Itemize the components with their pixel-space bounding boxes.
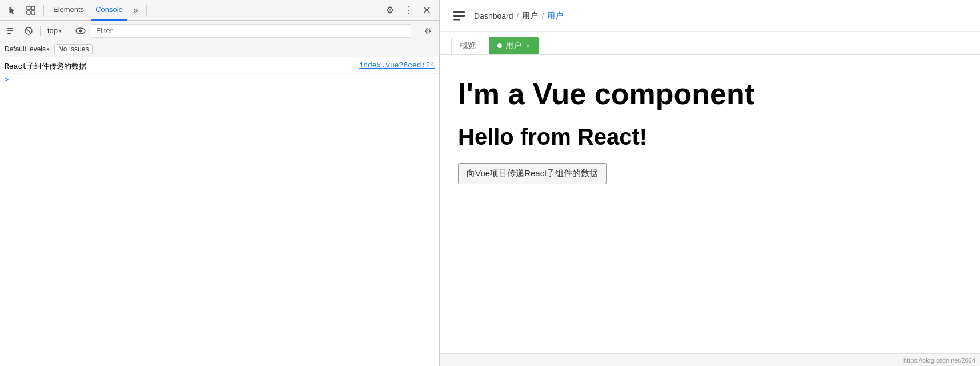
toolbar-sep-2 — [69, 26, 69, 36]
breadcrumb-dashboard[interactable]: Dashboard — [474, 11, 513, 21]
tab-separator-2 — [146, 5, 147, 16]
svg-rect-6 — [7, 33, 11, 34]
context-dropdown-label: top — [47, 26, 58, 35]
filter-input[interactable] — [91, 24, 411, 38]
devtools-panel: Elements Console » ⚙ ⋮ ✕ top ▾ — [0, 0, 440, 366]
expand-arrow[interactable]: > — [0, 74, 439, 85]
svg-rect-4 — [7, 28, 13, 29]
breadcrumb-users-2[interactable]: 用户 — [547, 11, 563, 21]
more-options-icon[interactable]: ⋮ — [400, 2, 416, 18]
breadcrumb-sep-2: / — [541, 11, 544, 21]
app-panel: Dashboard / 用户 / 用户 概览 用户 × I'm a Vue co… — [440, 0, 980, 366]
default-levels-label: Default levels — [5, 45, 46, 53]
app-heading: I'm a Vue component — [458, 78, 962, 110]
url-bar: https://blog.csdn.net/2024 — [440, 353, 980, 366]
svg-line-8 — [26, 28, 31, 33]
tab-separator-1 — [43, 5, 44, 16]
console-message-link[interactable]: index.vue?6ced:24 — [359, 61, 435, 70]
breadcrumb: Dashboard / 用户 / 用户 — [474, 11, 563, 21]
block-icon[interactable] — [22, 24, 35, 38]
console-row: React子组件传递的数据 index.vue?6ced:24 — [0, 59, 439, 74]
app-header: Dashboard / 用户 / 用户 — [440, 0, 980, 32]
breadcrumb-sep-1: / — [517, 11, 519, 21]
url-text: https://blog.csdn.net/2024 — [903, 357, 975, 364]
eye-icon[interactable] — [74, 24, 87, 38]
tab-console[interactable]: Console — [91, 0, 127, 21]
console-output: React子组件传递的数据 index.vue?6ced:24 > — [0, 57, 439, 366]
svg-rect-12 — [453, 15, 465, 17]
breadcrumb-users-1[interactable]: 用户 — [522, 11, 538, 21]
tab-users-label: 用户 — [505, 41, 521, 51]
context-dropdown[interactable]: top ▾ — [45, 25, 64, 36]
svg-rect-11 — [453, 11, 465, 13]
console-settings-icon[interactable]: ⚙ — [421, 24, 435, 38]
app-content: I'm a Vue component Hello from React! 向V… — [440, 55, 980, 353]
close-devtools-icon[interactable]: ✕ — [419, 2, 435, 18]
toolbar-sep-3 — [416, 26, 416, 36]
svg-rect-13 — [453, 19, 460, 21]
toolbar-sep-1 — [40, 26, 41, 36]
app-subheading: Hello from React! — [458, 124, 962, 149]
svg-rect-3 — [31, 11, 35, 14]
svg-rect-0 — [27, 6, 30, 10]
levels-bar: Default levels ▾ No Issues — [0, 41, 439, 57]
inspect-icon[interactable] — [23, 2, 39, 18]
tab-users[interactable]: 用户 × — [489, 37, 539, 54]
no-issues-badge[interactable]: No Issues — [54, 44, 93, 54]
tab-overview[interactable]: 概览 — [451, 37, 484, 54]
svg-rect-1 — [31, 6, 35, 10]
app-tabs: 概览 用户 × — [440, 32, 980, 55]
levels-caret: ▾ — [47, 46, 50, 52]
svg-rect-2 — [27, 11, 30, 14]
devtools-tab-bar: Elements Console » ⚙ ⋮ ✕ — [0, 0, 439, 21]
tab-overview-label: 概览 — [460, 41, 476, 51]
settings-gear-icon[interactable]: ⚙ — [382, 2, 398, 18]
tab-more[interactable]: » — [130, 3, 142, 18]
svg-point-10 — [79, 29, 82, 32]
tab-users-close-icon[interactable]: × — [526, 42, 530, 50]
sidebar-toggle-icon[interactable] — [451, 11, 467, 21]
tab-elements[interactable]: Elements — [49, 0, 89, 21]
clear-console-icon[interactable] — [5, 24, 18, 38]
cursor-icon[interactable] — [5, 2, 21, 18]
context-dropdown-caret: ▾ — [59, 27, 62, 34]
console-toolbar: top ▾ ⚙ — [0, 21, 439, 41]
console-message-text: React子组件传递的数据 — [5, 61, 359, 71]
pass-data-button[interactable]: 向Vue项目传递React子组件的数据 — [458, 163, 607, 184]
tab-users-dot — [497, 43, 502, 48]
default-levels-dropdown[interactable]: Default levels ▾ — [5, 45, 50, 53]
svg-rect-5 — [7, 30, 13, 31]
